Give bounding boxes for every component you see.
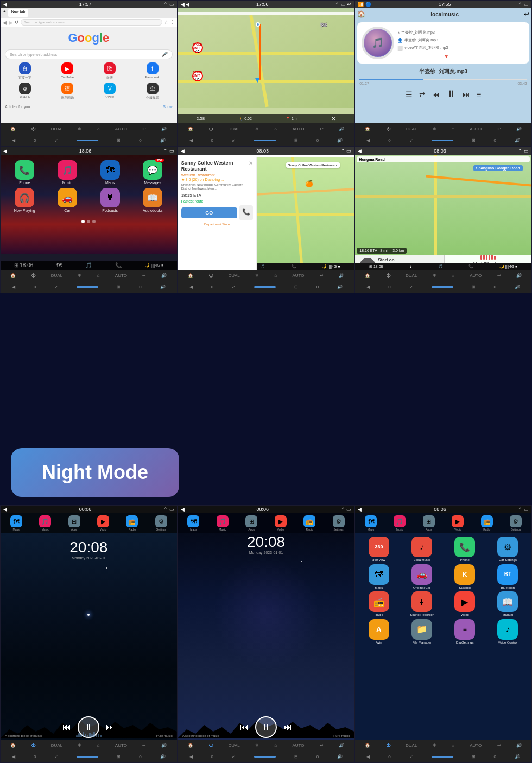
ag-kuwooo[interactable]: K Kuwooo <box>445 564 485 590</box>
power-icon[interactable]: ⏻ <box>386 127 390 131</box>
cpnav-map-area[interactable]: 🍊 Sunny Coffee Western Restaurant <box>257 157 354 270</box>
volume-slider[interactable] <box>254 286 276 288</box>
volume-icon[interactable]: 🔊 <box>516 743 522 748</box>
dual-label[interactable]: DUAL <box>228 127 239 131</box>
ag-avin[interactable]: A Avin <box>358 619 399 645</box>
cp-app-nowplaying[interactable]: 🎧 Now Playing <box>5 188 45 212</box>
ag-maps[interactable]: 🗺 Maps <box>358 564 399 590</box>
ag-localmusic[interactable]: ♪ Localmusic <box>401 537 442 562</box>
cp-app-podcasts[interactable]: 🎙 Podcasts <box>90 188 130 212</box>
mic-icon[interactable]: ↙ <box>232 138 236 143</box>
browser-url-bar[interactable]: Search or type web address <box>21 19 162 26</box>
home-icon[interactable]: 🏠 <box>10 743 16 748</box>
home-icon[interactable]: 🏠 <box>365 743 370 748</box>
auto-label[interactable]: AUTO <box>292 273 304 278</box>
ag-top-music[interactable]: 🎵 Music <box>394 515 406 531</box>
mic-icon[interactable]: ↙ <box>409 285 413 289</box>
new-tab-icon[interactable]: + <box>3 9 6 17</box>
ac-icon[interactable]: ❄ <box>433 127 436 131</box>
night2-app-apps[interactable]: ⊞ Apps <box>245 515 257 531</box>
volume-slider[interactable] <box>432 756 453 758</box>
back-btn-icon[interactable]: ↩ <box>142 273 146 278</box>
home-icon[interactable]: 🏠 <box>188 743 193 748</box>
ag-radio[interactable]: 📻 Radio <box>358 591 399 617</box>
dual-label[interactable]: DUAL <box>406 273 417 278</box>
bookmark-icon[interactable]: ☆ <box>164 20 168 25</box>
volume-icon[interactable]: 🔊 <box>161 127 167 131</box>
voice-search-icon[interactable]: 🎤 <box>162 52 168 57</box>
night-app-radio[interactable]: 📻 Radio <box>126 515 138 531</box>
night-app-music[interactable]: 🎵 Music <box>39 515 51 531</box>
dual-label[interactable]: DUAL <box>406 743 417 748</box>
ac-icon[interactable]: ❄ <box>255 743 259 748</box>
prev-icon[interactable]: ◀ <box>366 754 370 759</box>
vol-right-icon[interactable]: 🔊 <box>160 754 166 759</box>
vol-right-icon[interactable]: 🔊 <box>337 138 343 143</box>
grid-icon[interactable]: ⊞ <box>117 285 121 289</box>
ag-video[interactable]: ▶ Video <box>445 591 485 617</box>
ag-filemanager[interactable]: 📁 File Manager <box>401 619 442 645</box>
cp-app-phone[interactable]: 📞 Phone <box>5 160 45 185</box>
ag-top-vedio[interactable]: ▶ Vedio <box>452 515 464 531</box>
shortcut-qifu[interactable]: 企 企服集采 <box>132 83 172 100</box>
shortcut-deyi[interactable]: 德 德意网购 <box>47 83 87 100</box>
shortcut-youtube[interactable]: ▶ YouTube <box>47 62 87 80</box>
link-icon[interactable]: ⌂ <box>274 273 277 278</box>
vol-right-icon[interactable]: 🔊 <box>160 138 166 143</box>
home-icon[interactable]: 🏠 <box>10 273 16 278</box>
prev-icon[interactable]: ◀ <box>189 138 193 143</box>
prev-icon[interactable]: ◀ <box>366 138 370 143</box>
link-icon[interactable]: ⌂ <box>452 273 454 278</box>
shortcut-vzer[interactable]: V VZER <box>90 83 130 100</box>
mic-icon[interactable]: ↙ <box>54 754 58 759</box>
prev-icon[interactable]: ◀ <box>12 754 15 759</box>
browser-tab-active[interactable]: New tab <box>8 9 29 17</box>
power-icon[interactable]: ⏻ <box>386 273 390 278</box>
night2-prev-btn[interactable]: ⏮ <box>240 722 249 732</box>
shortcut-github[interactable]: ⊛ GitHub <box>5 83 45 100</box>
link-icon[interactable]: ⌂ <box>452 743 454 748</box>
grid-icon[interactable]: ⊞ <box>472 138 476 143</box>
ag-top-radio[interactable]: 📻 Radio <box>481 515 493 531</box>
link-icon[interactable]: ⌂ <box>97 743 100 748</box>
grid-icon[interactable]: ⊞ <box>117 754 121 759</box>
prev-icon[interactable]: ◀ <box>189 754 193 759</box>
volume-slider[interactable] <box>254 756 276 758</box>
ag-top-maps[interactable]: 🗺 Maps <box>365 515 377 531</box>
prev-icon[interactable]: ◀ <box>189 285 193 289</box>
ac-icon[interactable]: ❄ <box>433 273 436 278</box>
home-icon[interactable]: 🏠 <box>188 127 193 131</box>
home-icon[interactable]: 🏠 <box>357 10 365 18</box>
ag-360view[interactable]: 360 360 view <box>358 537 399 562</box>
ac-icon[interactable]: ❄ <box>78 743 81 748</box>
home-icon[interactable]: 🏠 <box>188 273 193 278</box>
volume-icon[interactable]: 🔊 <box>161 743 167 748</box>
vol-right-icon[interactable]: 🔊 <box>515 285 520 289</box>
prev-icon[interactable]: ◀ <box>366 285 370 289</box>
cpnav-back-icon[interactable]: ◀ <box>181 148 185 154</box>
night2-app-maps[interactable]: 🗺 Maps <box>187 515 199 531</box>
auto-label[interactable]: AUTO <box>115 743 127 748</box>
dual-label[interactable]: DUAL <box>406 127 417 131</box>
night2-next-btn[interactable]: ⏭ <box>283 722 292 732</box>
power-icon[interactable]: ⏻ <box>386 743 390 748</box>
volume-slider[interactable] <box>254 140 276 141</box>
cpmusic-back-icon[interactable]: ◀ <box>358 148 362 154</box>
playlist-item-3[interactable]: ⬜ video/半壶纱_刘珂矣.mp3 <box>397 44 448 52</box>
volume-icon[interactable]: 🔊 <box>161 273 167 278</box>
mic-icon[interactable]: ↙ <box>232 754 236 759</box>
prev-icon[interactable]: ◀ <box>12 138 15 143</box>
ag-voicecontrol[interactable]: ♪ Voice Control <box>487 619 528 645</box>
volume-slider[interactable] <box>77 756 98 758</box>
mic-icon[interactable]: ↙ <box>409 138 413 143</box>
auto-label[interactable]: AUTO <box>470 743 482 748</box>
cp-app-maps[interactable]: 🗺 Maps <box>90 160 130 185</box>
power-icon[interactable]: ⏻ <box>31 743 35 748</box>
night-back-icon-2[interactable]: ◀ <box>181 507 185 512</box>
night-app-vedio[interactable]: ▶ Vedio <box>97 515 109 531</box>
ag-originalcar[interactable]: 🚗 Original Car <box>401 564 442 590</box>
back-btn-icon[interactable]: ↩ <box>320 743 324 748</box>
night2-app-settings[interactable]: ⚙ Settings <box>333 515 345 531</box>
playlist-item-1[interactable]: ♪ 半壶纱_刘珂矣.mp3 <box>397 29 448 36</box>
prev-track[interactable]: ⏮ <box>432 90 440 99</box>
